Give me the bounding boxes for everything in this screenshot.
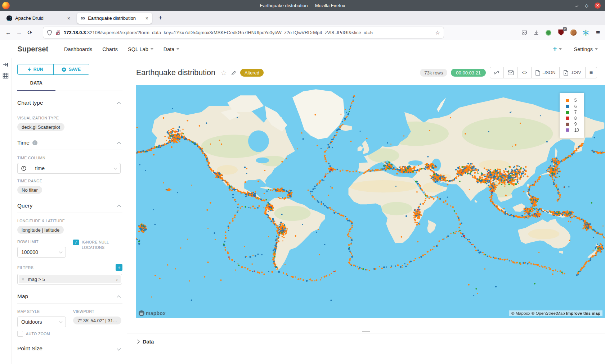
add-filter-button[interactable]: + [116, 264, 122, 271]
row-limit-select[interactable]: 100000 [17, 247, 66, 258]
checkbox-checked-icon[interactable]: ✓ [73, 240, 79, 245]
mapbox-logo[interactable]: m mapbox [139, 310, 166, 316]
add-new-button[interactable]: + [553, 45, 562, 53]
data-results-panel[interactable]: Data [127, 333, 605, 345]
favorite-star-icon[interactable]: ☆ [221, 69, 227, 77]
legend-row[interactable]: 10 [566, 127, 579, 133]
lock-insecure-icon [55, 30, 60, 36]
time-column-label: TIME COLUMN [17, 156, 122, 160]
query-timer-badge: 00:00:03.21 [451, 69, 486, 77]
envelope-icon [508, 70, 514, 75]
edit-title-icon[interactable] [231, 70, 237, 76]
section-header[interactable]: Chart type [17, 100, 122, 106]
nav-item-sqllab[interactable]: SQL Lab [128, 46, 153, 52]
export-json-button[interactable]: .JSON [531, 67, 560, 78]
legend-swatch-icon [566, 117, 569, 120]
nav-item-dashboards[interactable]: Dashboards [64, 46, 92, 52]
filter-pill[interactable]: × mag > 5 › [19, 275, 121, 283]
section-header[interactable]: Point Size [17, 345, 122, 352]
collapse-panel-icon[interactable] [3, 62, 9, 68]
legend-row[interactable]: 8 [566, 115, 579, 122]
dataset-grid-icon[interactable] [3, 73, 9, 79]
viz-type-value[interactable]: deck.gl Scatterplot [17, 123, 64, 131]
tab-data[interactable]: DATA [17, 81, 55, 91]
legend-swatch-icon [566, 123, 569, 126]
settings-menu[interactable]: Settings [574, 46, 598, 52]
ignore-null-checkbox-row[interactable]: ✓ IGNORE NULLLOCATIONS [73, 240, 109, 250]
left-icon-strip [0, 58, 12, 364]
legend-row[interactable]: 7 [566, 109, 579, 115]
reload-button[interactable]: ⟳ [24, 29, 35, 36]
legend-row[interactable]: 9 [566, 121, 579, 127]
remove-filter-icon[interactable]: × [22, 277, 24, 282]
section-header[interactable]: Time i [17, 140, 122, 146]
pocket-icon[interactable] [521, 29, 528, 36]
shield-icon [47, 30, 52, 36]
url-bar[interactable]: 172.18.0.3:32108/superset/explore/?form_… [43, 27, 444, 38]
legend-row[interactable]: 6 [566, 104, 579, 110]
section-point-size: Point Size [17, 337, 122, 352]
viz-type-label: VISUALIZATION TYPE [17, 116, 122, 120]
section-header[interactable]: Map [17, 293, 122, 300]
browser-tab-earthquake[interactable]: ∞ Earthquake distribution × [77, 13, 152, 24]
legend-row[interactable]: 5 [566, 97, 579, 104]
extension-green-icon[interactable] [545, 29, 552, 36]
explore-control-panel: RUN SAVE DATA Chart type VISUALIZATION T… [12, 58, 127, 364]
filters-label: FILTERS [17, 265, 33, 270]
tab-close-icon[interactable]: × [67, 15, 70, 21]
download-icon[interactable] [533, 29, 539, 36]
tab-close-icon[interactable]: × [145, 15, 148, 21]
browser-tab-druid[interactable]: Apache Druid × [3, 11, 74, 25]
cookie-extension-icon[interactable] [570, 29, 577, 36]
viewport-value[interactable]: 7° 35' 54.02" | 31... [73, 317, 121, 324]
tab-label: Earthquake distribution [88, 15, 136, 21]
altered-badge: Altered [240, 69, 264, 77]
chevron-down-icon [176, 48, 179, 50]
menu-icon[interactable]: ≡ [596, 29, 600, 37]
time-column-select[interactable]: __time [17, 163, 121, 174]
chart-panel: Earthquake distribution ☆ Altered 73k ro… [127, 58, 605, 364]
auto-zoom-row[interactable]: AUTO ZOOM [17, 331, 66, 337]
lonlat-value[interactable]: longitude | latitude [17, 226, 64, 234]
share-link-button[interactable] [490, 67, 503, 78]
info-icon: i [32, 140, 37, 145]
panel-divider [127, 333, 605, 333]
chevron-down-icon [151, 48, 153, 50]
time-range-label: TIME RANGE [17, 179, 122, 183]
save-button[interactable]: SAVE [53, 64, 89, 74]
superset-brand[interactable]: Superset [18, 45, 49, 53]
map-container[interactable]: 5678910 m mapbox © Mapbox © OpenStreetMa… [136, 85, 605, 318]
nav-item-data[interactable]: Data [163, 46, 180, 52]
chevron-down-icon [117, 346, 121, 350]
export-csv-button[interactable]: .CSV [559, 67, 585, 78]
more-options-button[interactable]: ≡ [585, 67, 597, 78]
section-header[interactable]: Query [17, 203, 122, 209]
bookmark-star-icon[interactable]: ☆ [435, 29, 440, 36]
map-style-select[interactable]: Outdoors [17, 317, 66, 327]
window-close-icon[interactable]: ✕ [595, 3, 601, 9]
drag-handle[interactable] [362, 330, 370, 333]
improve-map-link[interactable]: Improve this map [566, 311, 600, 315]
clock-icon [21, 166, 26, 171]
back-button[interactable]: ← [3, 29, 14, 36]
checkbox-unchecked-icon[interactable] [17, 331, 23, 337]
forward-button[interactable]: → [14, 29, 24, 36]
new-tab-button[interactable]: + [154, 14, 167, 22]
email-button[interactable] [503, 67, 517, 78]
chevron-up-icon [117, 295, 121, 299]
adblock-shield-icon[interactable]: 2 [557, 29, 565, 36]
nav-item-charts[interactable]: Charts [102, 46, 118, 52]
extension-asterisk-icon[interactable] [583, 29, 589, 36]
run-button[interactable]: RUN [18, 64, 53, 74]
mapbox-icon: m [139, 310, 144, 316]
window-minimize-icon[interactable] [575, 4, 578, 7]
section-query: Query LONGITUDE & LATITUDE longitude | l… [17, 194, 122, 285]
world-map-canvas[interactable] [136, 85, 605, 318]
time-range-value[interactable]: No filter [17, 186, 42, 194]
window-titlebar: Earthquake distribution — Mozilla Firefo… [0, 0, 605, 11]
bolt-icon [28, 67, 31, 72]
window-maximize-icon[interactable]: ◇ [585, 3, 588, 8]
section-chart-type: Chart type VISUALIZATION TYPE deck.gl Sc… [17, 91, 122, 131]
embed-code-button[interactable]: <> [517, 67, 531, 78]
chevron-right-icon [135, 340, 139, 343]
